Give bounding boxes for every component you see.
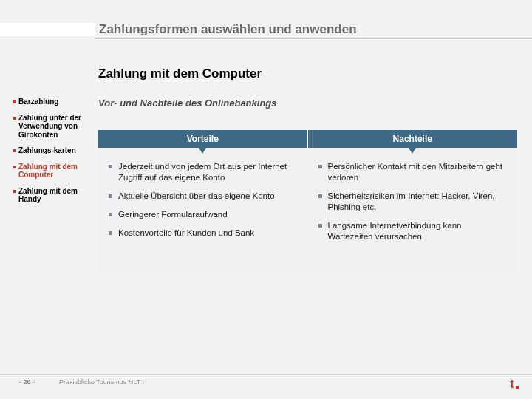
slide: Zahlungsformen auswählen und anwenden Za… — [0, 0, 532, 399]
logo-letter: t — [510, 377, 514, 390]
slide-title: Zahlungsformen auswählen und anwenden — [99, 22, 357, 37]
footer-divider — [0, 374, 532, 375]
sidebar-item-label: Zahlungs-karten — [18, 146, 76, 155]
list-item: Kostenvorteile für Kunden und Bank — [109, 228, 299, 239]
sidebar-item-label: Zahlung mit dem Computer — [18, 163, 84, 180]
square-bullet-icon — [318, 194, 322, 198]
list-item-text: Jederzeit und von jedem Ort aus per Inte… — [118, 161, 299, 183]
list-item-text: Langsame Internetverbindung kann Warteze… — [328, 220, 509, 242]
column-body-advantages: Jederzeit und von jedem Ort aus per Inte… — [98, 148, 308, 275]
square-bullet-icon — [318, 224, 322, 228]
list-item: Geringerer Formularaufwand — [109, 209, 299, 220]
square-bullet-icon — [109, 165, 112, 168]
sidebar-item-barzahlung: Barzahlung — [13, 98, 84, 106]
sidebar-item-label: Zahlung unter der Verwendung von Girokon… — [18, 114, 84, 140]
sidebar-item-girokonten: Zahlung unter der Verwendung von Girokon… — [13, 114, 84, 140]
footer-text: Praxisblicke Tourismus HLT I — [59, 378, 144, 386]
bullet-icon — [13, 149, 16, 152]
list-item: Sicherheitsrisiken im Internet: Hacker, … — [318, 191, 509, 213]
sidebar-item-label: Zahlung mit dem Handy — [18, 187, 84, 204]
content-heading: Vor- und Nachteile des Onlinebankings — [98, 98, 277, 109]
sidebar-item-handy: Zahlung mit dem Handy — [13, 187, 84, 204]
list-item: Langsame Internetverbindung kann Warteze… — [318, 220, 509, 242]
title-lead-block — [0, 23, 95, 36]
footer: - 26 - Praxisblicke Tourismus HLT I t — [0, 374, 532, 390]
bullet-icon — [13, 166, 16, 168]
page-number: - 26 - — [19, 378, 35, 386]
bullet-icon — [13, 100, 16, 103]
bullet-icon — [13, 190, 16, 193]
slide-subtitle: Zahlung mit dem Computer — [98, 66, 262, 81]
brand-logo: t — [510, 377, 519, 390]
bullet-icon — [13, 117, 16, 120]
list-item-text: Kostenvorteile für Kunden und Bank — [118, 228, 254, 239]
logo-dot-icon — [516, 386, 519, 389]
columns: Vorteile Jederzeit und von jedem Ort aus… — [98, 130, 517, 275]
column-advantages: Vorteile Jederzeit und von jedem Ort aus… — [98, 130, 308, 275]
column-header-label: Vorteile — [187, 134, 219, 144]
arrow-down-icon — [199, 148, 206, 154]
list-item: Persönlicher Kontakt mit den Mitarbeiter… — [318, 161, 509, 183]
column-header-disadvantages: Nachteile — [308, 130, 518, 148]
list-item: Jederzeit und von jedem Ort aus per Inte… — [109, 161, 299, 183]
arrow-down-icon — [409, 148, 416, 154]
list-item: Aktuelle Übersicht über das eigene Konto — [109, 191, 299, 202]
sidebar: Barzahlung Zahlung unter der Verwendung … — [13, 98, 84, 211]
square-bullet-icon — [109, 213, 112, 216]
sidebar-item-zahlungskarten: Zahlungs-karten — [13, 146, 84, 155]
list-item-text: Sicherheitsrisiken im Internet: Hacker, … — [328, 191, 509, 213]
list-item-text: Aktuelle Übersicht über das eigene Konto — [118, 191, 275, 202]
column-header-advantages: Vorteile — [98, 130, 308, 148]
sidebar-item-computer: Zahlung mit dem Computer — [13, 163, 84, 180]
column-disadvantages: Nachteile Persönlicher Kontakt mit den M… — [308, 130, 518, 275]
sidebar-item-label: Barzahlung — [18, 98, 58, 106]
column-header-label: Nachteile — [393, 134, 432, 144]
square-bullet-icon — [109, 231, 112, 235]
square-bullet-icon — [109, 194, 112, 198]
column-body-disadvantages: Persönlicher Kontakt mit den Mitarbeiter… — [308, 148, 518, 275]
title-divider — [95, 38, 532, 39]
list-item-text: Geringerer Formularaufwand — [118, 209, 228, 220]
disadvantages-list: Persönlicher Kontakt mit den Mitarbeiter… — [318, 161, 509, 242]
square-bullet-icon — [318, 165, 322, 168]
list-item-text: Persönlicher Kontakt mit den Mitarbeiter… — [328, 161, 509, 183]
advantages-list: Jederzeit und von jedem Ort aus per Inte… — [109, 161, 299, 239]
